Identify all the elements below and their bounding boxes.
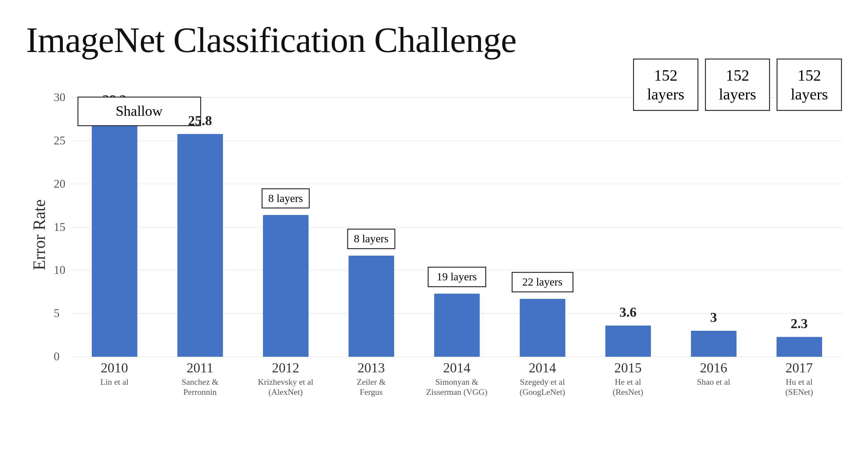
chart-area: Error Rate 051015202530 28.2Shallow25.81… — [26, 80, 842, 389]
x-name: Simonyan &Zisserman (VGG) — [426, 377, 487, 397]
x-year: 2014 — [443, 360, 471, 376]
bar-badge: 8 layers — [347, 229, 396, 249]
grid-label: 0 — [54, 350, 60, 363]
x-name: He et al(ResNet) — [613, 377, 644, 397]
x-name: Shao et al — [697, 377, 730, 387]
legend-badge-0: 152layers — [633, 59, 699, 111]
x-year: 2010 — [101, 360, 128, 376]
x-axis-label: 2011Sanchez &Perronnin — [157, 357, 243, 397]
x-year: 2012 — [272, 360, 300, 376]
x-axis-label: 2016Shao et al — [671, 357, 756, 387]
x-name: Szegedy et al(GoogLeNet) — [520, 377, 565, 397]
bar-group: 6.722 layers — [500, 299, 585, 357]
bar: 3.6 — [606, 326, 651, 357]
x-axis-label: 2010Lin et al — [71, 357, 157, 387]
x-name: Zeiler &Fergus — [357, 377, 386, 397]
bar: 6.7 — [520, 299, 565, 357]
legend-badges: 152layers152layers152layers — [633, 59, 842, 111]
x-axis-label: 2012Krizhevsky et al(AlexNet) — [243, 357, 329, 397]
grid-label: 25 — [54, 134, 65, 147]
x-name: Hu et al(SENet) — [785, 377, 813, 397]
legend-badge-2: 152layers — [777, 59, 842, 111]
x-axis-label: 2015He et al(ResNet) — [585, 357, 671, 397]
x-year: 2015 — [615, 360, 642, 376]
x-axis-labels: 2010Lin et al2011Sanchez &Perronnin2012K… — [71, 357, 842, 389]
grid-label: 10 — [54, 263, 65, 277]
x-year: 2017 — [786, 360, 813, 376]
bar-value-label: 2.3 — [777, 316, 822, 331]
y-axis-label: Error Rate — [26, 80, 52, 389]
bar-group: 3 — [671, 331, 756, 357]
bar-group: 2.3 — [756, 337, 842, 357]
x-axis-label: 2013Zeiler &Fergus — [329, 357, 414, 397]
bar: 25.8 — [177, 134, 223, 357]
x-axis-label: 2014Szegedy et al(GoogLeNet) — [500, 357, 585, 397]
x-axis-label: 2017Hu et al(SENet) — [756, 357, 842, 397]
bar: 16.4 — [263, 215, 309, 357]
bar: 7.3 — [434, 294, 480, 357]
bar-group: 25.8 — [157, 134, 243, 357]
chart-container: ImageNet Classification Challenge Error … — [0, 0, 868, 455]
bar-badge: 22 layers — [512, 272, 574, 292]
bar-group: 11.78 layers — [329, 256, 414, 357]
bar: 28.2 — [92, 113, 137, 357]
legend-badge-1: 152layers — [705, 59, 770, 111]
x-year: 2011 — [186, 360, 213, 376]
bar: 2.3 — [777, 337, 822, 357]
grid-label: 5 — [54, 306, 60, 320]
bar: 11.7 — [348, 256, 394, 357]
x-year: 2014 — [529, 360, 556, 376]
bar: 3 — [691, 331, 737, 357]
x-year: 2013 — [358, 360, 385, 376]
bar-badge: 8 layers — [261, 188, 310, 209]
chart-title: ImageNet Classification Challenge — [26, 20, 842, 61]
x-name: Krizhevsky et al(AlexNet) — [258, 377, 313, 397]
bar-value-label: 3 — [691, 310, 737, 325]
grid-label: 30 — [54, 90, 65, 104]
grid-label: 20 — [54, 177, 65, 191]
bars-area: 28.2Shallow25.816.48 layers11.78 layers7… — [71, 80, 842, 357]
x-name: Sanchez &Perronnin — [182, 377, 218, 397]
bar-group: 16.48 layers — [243, 215, 329, 357]
bar-group: 28.2Shallow — [71, 113, 157, 357]
bar-value-label: 25.8 — [177, 113, 223, 128]
grid-label: 15 — [54, 220, 65, 234]
x-name: Lin et al — [100, 377, 129, 387]
x-year: 2016 — [700, 360, 727, 376]
bar-badge: 19 layers — [428, 267, 486, 287]
bar-group: 3.6 — [585, 326, 671, 357]
x-axis-label: 2014Simonyan &Zisserman (VGG) — [414, 357, 500, 397]
bar-value-label: 3.6 — [606, 304, 651, 320]
chart-inner: 051015202530 28.2Shallow25.816.48 layers… — [52, 80, 842, 389]
bar-group: 7.319 layers — [414, 294, 500, 357]
